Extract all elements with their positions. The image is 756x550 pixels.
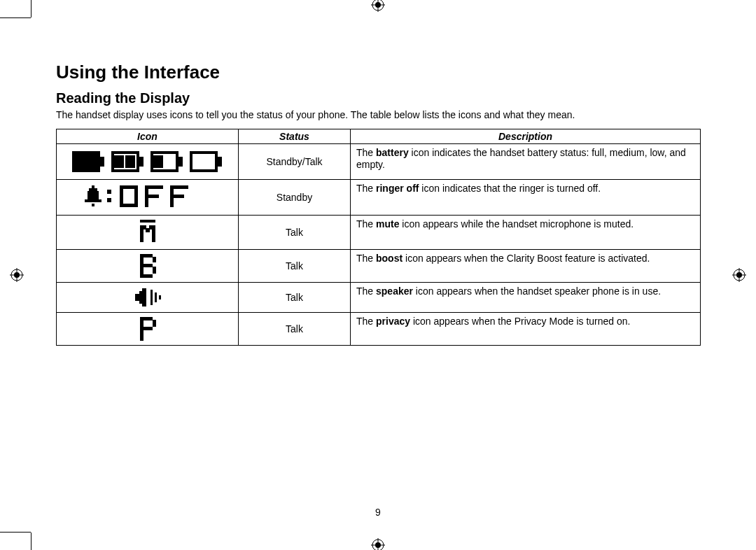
desc-text: icon appears when the Clarity Boost feat… xyxy=(402,253,650,264)
header-icon: Icon xyxy=(57,129,239,143)
svg-rect-17 xyxy=(100,157,104,167)
svg-rect-39 xyxy=(85,199,102,202)
svg-rect-19 xyxy=(111,169,139,172)
svg-rect-51 xyxy=(170,185,188,189)
status-cell: Standby xyxy=(239,179,351,215)
svg-rect-53 xyxy=(140,220,155,223)
svg-rect-31 xyxy=(190,151,218,154)
table-row: Standby/Talk The battery icon indicates … xyxy=(57,143,701,179)
svg-rect-30 xyxy=(153,155,163,168)
svg-rect-52 xyxy=(170,195,184,198)
svg-rect-40 xyxy=(92,204,94,206)
svg-rect-72 xyxy=(140,317,153,320)
desc-text: icon appears when the handset speaker ph… xyxy=(413,285,661,297)
desc-bold: ringer off xyxy=(376,183,419,194)
status-cell: Talk xyxy=(239,215,351,249)
registration-mark-icon xyxy=(371,538,385,550)
svg-rect-62 xyxy=(140,264,153,267)
svg-rect-21 xyxy=(136,151,139,172)
desc-bold: speaker xyxy=(376,285,413,297)
svg-rect-20 xyxy=(111,151,114,172)
ringer-off-icon xyxy=(57,179,239,215)
desc-text: The xyxy=(356,183,376,194)
svg-rect-32 xyxy=(190,169,218,172)
crop-mark xyxy=(0,17,31,18)
svg-rect-24 xyxy=(125,155,135,168)
table-row: Talk The speaker icon appears when the h… xyxy=(57,282,701,312)
description-cell: The ringer off icon indicates that the r… xyxy=(351,179,701,215)
svg-rect-49 xyxy=(145,195,159,198)
svg-rect-55 xyxy=(152,225,155,242)
page-title: Using the Interface xyxy=(56,62,700,83)
description-cell: The mute icon appears while the handset … xyxy=(351,215,701,249)
mute-icon xyxy=(57,215,239,249)
svg-rect-27 xyxy=(150,151,153,172)
description-cell: The privacy icon appears when the Privac… xyxy=(351,312,701,345)
status-cell: Standby/Talk xyxy=(239,143,351,179)
svg-rect-63 xyxy=(153,267,156,274)
svg-rect-68 xyxy=(150,290,153,305)
status-cell: Talk xyxy=(239,312,351,345)
svg-rect-33 xyxy=(190,151,192,172)
svg-rect-58 xyxy=(146,228,150,232)
table-row: Talk The mute icon appears while the han… xyxy=(57,215,701,249)
description-cell: The boost icon appears when the Clarity … xyxy=(351,249,701,282)
desc-bold: battery xyxy=(376,147,409,158)
section-title: Reading the Display xyxy=(56,90,700,106)
desc-text: The xyxy=(356,285,376,297)
svg-rect-42 xyxy=(107,198,111,202)
svg-rect-61 xyxy=(153,257,156,262)
svg-rect-74 xyxy=(140,327,153,330)
svg-rect-35 xyxy=(218,157,222,167)
svg-rect-46 xyxy=(134,185,138,207)
svg-rect-41 xyxy=(107,190,111,194)
header-description: Description xyxy=(351,129,701,143)
svg-rect-64 xyxy=(140,274,153,278)
svg-rect-54 xyxy=(140,225,144,242)
desc-text: The xyxy=(356,316,376,327)
page-content: Using the Interface Reading the Display … xyxy=(56,62,700,346)
desc-text: icon appears when the Privacy Mode is tu… xyxy=(410,316,630,327)
icon-table: Icon Status Description xyxy=(56,129,701,346)
svg-rect-23 xyxy=(114,155,124,168)
intro-paragraph: The handset display uses icons to tell y… xyxy=(56,109,700,122)
description-cell: The speaker icon appears when the handse… xyxy=(351,282,701,312)
svg-rect-38 xyxy=(88,191,99,199)
svg-rect-22 xyxy=(139,157,144,167)
crop-mark xyxy=(31,0,31,17)
description-cell: The battery icon indicates the handset b… xyxy=(351,143,701,179)
svg-rect-60 xyxy=(140,254,153,258)
svg-rect-73 xyxy=(153,320,156,327)
svg-rect-70 xyxy=(159,295,161,299)
boost-icon xyxy=(57,249,239,282)
svg-rect-48 xyxy=(145,185,163,189)
svg-rect-66 xyxy=(139,291,142,304)
svg-rect-34 xyxy=(215,151,218,172)
desc-bold: privacy xyxy=(376,316,410,327)
registration-mark-icon xyxy=(732,268,746,282)
svg-rect-36 xyxy=(92,185,94,188)
crop-mark xyxy=(31,533,31,550)
svg-rect-16 xyxy=(72,151,100,172)
table-row: Talk The privacy icon appears when the P… xyxy=(57,312,701,345)
svg-rect-45 xyxy=(120,185,123,207)
svg-rect-37 xyxy=(89,188,97,191)
svg-rect-65 xyxy=(135,294,139,301)
table-header-row: Icon Status Description xyxy=(57,129,701,143)
desc-text: The xyxy=(356,218,376,230)
svg-rect-25 xyxy=(150,151,178,154)
svg-rect-29 xyxy=(178,157,183,167)
desc-bold: boost xyxy=(376,253,402,264)
battery-levels-icon xyxy=(57,143,239,179)
table-row: Talk The boost icon appears when the Cla… xyxy=(57,249,701,282)
header-status: Status xyxy=(239,129,351,143)
desc-text: The xyxy=(356,253,376,264)
desc-text: icon appears while the handset microphon… xyxy=(399,218,634,230)
svg-rect-26 xyxy=(150,169,178,172)
svg-rect-69 xyxy=(155,292,157,302)
crop-mark xyxy=(0,532,31,533)
svg-rect-67 xyxy=(142,288,146,306)
status-cell: Talk xyxy=(239,249,351,282)
desc-text: icon indicates that the ringer is turned… xyxy=(419,183,601,194)
desc-text: The xyxy=(356,147,376,158)
